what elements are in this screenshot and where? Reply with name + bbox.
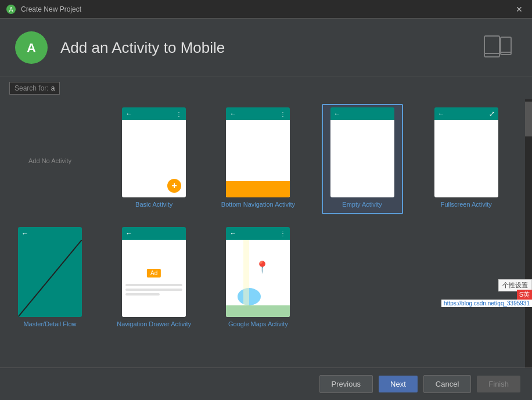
scrollbar-thumb[interactable] bbox=[525, 102, 532, 136]
bottom-nav-mockup: ← ⋮ bbox=[226, 107, 290, 197]
csdn-url-text: https://blog.csdn.net/qq_3395931 bbox=[444, 300, 530, 307]
empty-activity-mockup: ← bbox=[330, 107, 394, 197]
diagonal-line bbox=[18, 240, 82, 317]
back-arrow-icon-3: ← bbox=[334, 110, 341, 118]
bottom-nav-label: Bottom Navigation Activity bbox=[221, 201, 295, 208]
back-arrow-icon: ← bbox=[125, 110, 132, 118]
android-logo: A bbox=[14, 30, 49, 65]
svg-line-8 bbox=[18, 240, 82, 317]
template-bottom-nav[interactable]: ← ⋮ Bottom Navigation Activity bbox=[217, 104, 299, 214]
expand-icon: ⤢ bbox=[489, 110, 495, 118]
back-arrow-icon-2: ← bbox=[229, 110, 236, 118]
master-detail-label: Master/Detail Flow bbox=[13, 320, 87, 327]
search-label: Search for: bbox=[15, 84, 49, 92]
map-pin-icon: 📍 bbox=[255, 260, 269, 274]
content-line-3 bbox=[125, 293, 160, 296]
fullscreen-body bbox=[434, 120, 498, 197]
next-button[interactable]: Next bbox=[379, 376, 418, 392]
android-studio-icon: A bbox=[6, 4, 16, 15]
header-title: Add an Activity to Mobile bbox=[60, 39, 225, 57]
previous-button[interactable]: Previous bbox=[319, 375, 373, 393]
map-terrain bbox=[226, 305, 290, 317]
device-icons bbox=[483, 35, 518, 60]
search-value: a bbox=[51, 84, 55, 92]
svg-text:A: A bbox=[9, 6, 13, 13]
csdn-label: S英 bbox=[519, 291, 530, 298]
csdn-url: https://blog.csdn.net/qq_3395931 bbox=[441, 300, 532, 307]
fullscreen-mockup: ← ⤢ bbox=[434, 107, 498, 197]
back-arrow-icon-7: ← bbox=[229, 229, 236, 237]
content-line-2 bbox=[125, 289, 182, 291]
maps-body: 📍 bbox=[226, 240, 290, 317]
maps-mockup: ← ⋮ 📍 bbox=[226, 227, 290, 317]
admob-label: Navigation Drawer Activity bbox=[117, 320, 191, 327]
no-activity-label: Add No Activity bbox=[28, 157, 71, 164]
empty-activity-body bbox=[330, 120, 394, 197]
back-arrow-icon-5: ← bbox=[21, 229, 28, 237]
basic-activity-label: Basic Activity bbox=[117, 201, 191, 208]
search-bar: Search for: a bbox=[0, 77, 532, 99]
close-button[interactable]: ✕ bbox=[512, 3, 526, 15]
finish-button[interactable]: Finish bbox=[477, 376, 520, 392]
template-master-detail[interactable]: ← Master/Detail Flow bbox=[9, 224, 91, 331]
template-basic-activity[interactable]: ← ⋮ + Basic Activity bbox=[113, 104, 195, 214]
master-detail-mockup: ← bbox=[18, 227, 82, 317]
tooltip-text: 个性设置 bbox=[502, 282, 528, 289]
scrollbar[interactable] bbox=[525, 99, 532, 367]
back-arrow-icon-6: ← bbox=[125, 229, 132, 237]
search-for-box[interactable]: Search for: a bbox=[9, 82, 60, 95]
basic-activity-mockup: ← ⋮ + bbox=[122, 107, 186, 197]
svg-text:A: A bbox=[27, 41, 36, 55]
title-bar: A Create New Project ✕ bbox=[0, 0, 532, 19]
empty-activity-label: Empty Activity bbox=[325, 201, 400, 208]
dialog-header: A Add an Activity to Mobile bbox=[0, 19, 532, 77]
template-empty-activity[interactable]: ← Empty Activity bbox=[322, 104, 403, 214]
fab-button: + bbox=[167, 179, 181, 193]
menu-dots-icon: ⋮ bbox=[176, 111, 182, 117]
menu-dots-icon-2: ⋮ bbox=[280, 111, 286, 117]
bottom-nav-body bbox=[226, 120, 290, 197]
back-arrow-icon-4: ← bbox=[438, 110, 445, 118]
title-bar-title: Create New Project bbox=[21, 5, 81, 13]
template-no-activity[interactable]: Add No Activity bbox=[9, 104, 91, 214]
template-maps[interactable]: ← ⋮ 📍 Google Maps Activity bbox=[217, 224, 299, 331]
maps-label: Google Maps Activity bbox=[221, 320, 295, 327]
content-line-1 bbox=[125, 284, 182, 286]
master-detail-body bbox=[18, 240, 82, 317]
csdn-bar: S英 bbox=[517, 290, 532, 300]
templates-grid: Add No Activity ← ⋮ + Basic Activity bbox=[0, 99, 532, 367]
cancel-button[interactable]: Cancel bbox=[423, 375, 471, 393]
template-fullscreen[interactable]: ← ⤢ Fullscreen Activity bbox=[426, 104, 507, 214]
menu-dots-icon-3: ⋮ bbox=[280, 230, 286, 237]
map-water bbox=[238, 288, 261, 305]
admob-content-lines bbox=[122, 280, 186, 299]
basic-activity-body: + bbox=[122, 120, 186, 197]
ad-label: Ad bbox=[147, 269, 161, 278]
template-admob[interactable]: ← Ad Navigation Drawer Activity bbox=[113, 224, 195, 331]
dialog-footer: Previous Next Cancel Finish bbox=[0, 367, 532, 400]
create-project-dialog: A Add an Activity to Mobile Search for: … bbox=[0, 19, 532, 400]
admob-body: Ad bbox=[122, 240, 186, 317]
admob-mockup: ← Ad bbox=[122, 227, 186, 317]
title-bar-left: A Create New Project bbox=[6, 4, 81, 15]
fullscreen-label: Fullscreen Activity bbox=[429, 201, 504, 208]
